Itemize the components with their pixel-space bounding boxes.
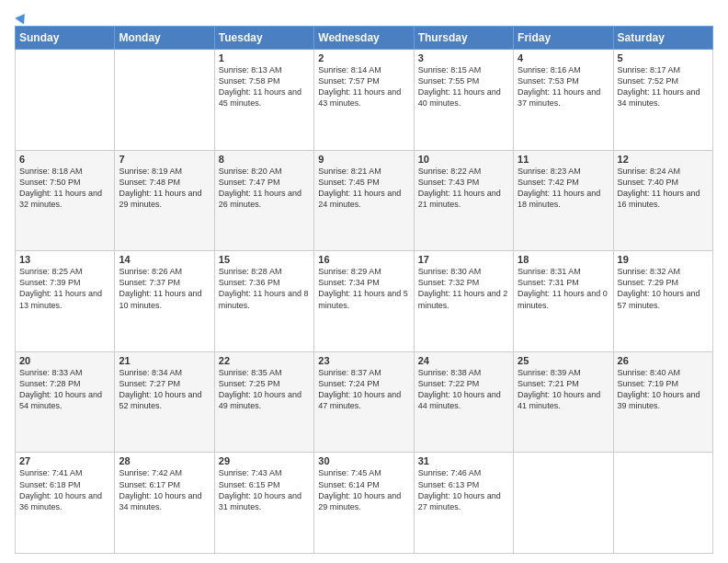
week-row-3: 13Sunrise: 8:25 AM Sunset: 7:39 PM Dayli… — [16, 251, 713, 352]
calendar-cell: 7Sunrise: 8:19 AM Sunset: 7:48 PM Daylig… — [115, 150, 214, 251]
calendar-cell: 27Sunrise: 7:41 AM Sunset: 6:18 PM Dayli… — [16, 453, 115, 554]
day-info: Sunrise: 8:34 AM Sunset: 7:27 PM Dayligh… — [119, 367, 210, 412]
calendar-cell: 2Sunrise: 8:14 AM Sunset: 7:57 PM Daylig… — [314, 50, 414, 151]
header — [15, 13, 713, 22]
day-number: 21 — [119, 355, 210, 366]
day-info: Sunrise: 8:23 AM Sunset: 7:42 PM Dayligh… — [518, 166, 609, 211]
day-info: Sunrise: 8:40 AM Sunset: 7:19 PM Dayligh… — [618, 367, 709, 412]
week-row-2: 6Sunrise: 8:18 AM Sunset: 7:50 PM Daylig… — [16, 150, 713, 251]
calendar-cell: 28Sunrise: 7:42 AM Sunset: 6:17 PM Dayli… — [115, 453, 214, 554]
day-info: Sunrise: 8:33 AM Sunset: 7:28 PM Dayligh… — [19, 367, 110, 412]
day-info: Sunrise: 8:35 AM Sunset: 7:25 PM Dayligh… — [219, 367, 310, 412]
weekday-header-sunday: Sunday — [16, 27, 115, 50]
day-number: 8 — [219, 154, 310, 165]
calendar-cell: 14Sunrise: 8:26 AM Sunset: 7:37 PM Dayli… — [115, 251, 214, 352]
day-info: Sunrise: 8:19 AM Sunset: 7:48 PM Dayligh… — [119, 166, 210, 211]
day-info: Sunrise: 8:29 AM Sunset: 7:34 PM Dayligh… — [318, 266, 409, 311]
day-number: 5 — [618, 52, 709, 63]
calendar: SundayMondayTuesdayWednesdayThursdayFrid… — [15, 26, 713, 554]
day-info: Sunrise: 7:46 AM Sunset: 6:13 PM Dayligh… — [418, 467, 509, 512]
day-info: Sunrise: 8:28 AM Sunset: 7:36 PM Dayligh… — [219, 266, 310, 311]
calendar-cell: 16Sunrise: 8:29 AM Sunset: 7:34 PM Dayli… — [314, 251, 414, 352]
logo — [15, 13, 28, 22]
calendar-cell: 3Sunrise: 8:15 AM Sunset: 7:55 PM Daylig… — [414, 50, 513, 151]
calendar-cell — [514, 453, 613, 554]
calendar-cell: 25Sunrise: 8:39 AM Sunset: 7:21 PM Dayli… — [514, 351, 613, 453]
day-info: Sunrise: 8:32 AM Sunset: 7:29 PM Dayligh… — [618, 266, 709, 311]
calendar-cell: 13Sunrise: 8:25 AM Sunset: 7:39 PM Dayli… — [16, 251, 115, 352]
day-number: 26 — [618, 355, 709, 366]
week-row-4: 20Sunrise: 8:33 AM Sunset: 7:28 PM Dayli… — [16, 351, 713, 453]
day-number: 24 — [418, 355, 509, 366]
weekday-header-saturday: Saturday — [613, 27, 712, 50]
calendar-cell: 24Sunrise: 8:38 AM Sunset: 7:22 PM Dayli… — [414, 351, 513, 453]
calendar-cell: 4Sunrise: 8:16 AM Sunset: 7:53 PM Daylig… — [514, 50, 613, 151]
calendar-cell: 15Sunrise: 8:28 AM Sunset: 7:36 PM Dayli… — [214, 251, 313, 352]
day-number: 7 — [119, 154, 210, 165]
calendar-cell: 5Sunrise: 8:17 AM Sunset: 7:52 PM Daylig… — [613, 50, 712, 151]
day-info: Sunrise: 8:38 AM Sunset: 7:22 PM Dayligh… — [418, 367, 509, 412]
week-row-5: 27Sunrise: 7:41 AM Sunset: 6:18 PM Dayli… — [16, 453, 713, 554]
day-number: 22 — [219, 355, 310, 366]
day-info: Sunrise: 8:30 AM Sunset: 7:32 PM Dayligh… — [418, 266, 509, 311]
calendar-cell: 26Sunrise: 8:40 AM Sunset: 7:19 PM Dayli… — [613, 351, 712, 453]
logo-triangle-icon — [15, 10, 29, 24]
weekday-header-row: SundayMondayTuesdayWednesdayThursdayFrid… — [16, 27, 713, 50]
calendar-cell: 11Sunrise: 8:23 AM Sunset: 7:42 PM Dayli… — [514, 150, 613, 251]
weekday-header-friday: Friday — [514, 27, 613, 50]
day-info: Sunrise: 8:14 AM Sunset: 7:57 PM Dayligh… — [318, 64, 409, 109]
day-info: Sunrise: 7:43 AM Sunset: 6:15 PM Dayligh… — [219, 467, 310, 512]
calendar-cell: 8Sunrise: 8:20 AM Sunset: 7:47 PM Daylig… — [214, 150, 313, 251]
week-row-1: 1Sunrise: 8:13 AM Sunset: 7:58 PM Daylig… — [16, 50, 713, 151]
day-info: Sunrise: 8:16 AM Sunset: 7:53 PM Dayligh… — [518, 64, 609, 109]
day-info: Sunrise: 8:25 AM Sunset: 7:39 PM Dayligh… — [19, 266, 110, 311]
weekday-header-wednesday: Wednesday — [314, 27, 414, 50]
day-info: Sunrise: 7:45 AM Sunset: 6:14 PM Dayligh… — [318, 467, 409, 512]
weekday-header-tuesday: Tuesday — [214, 27, 313, 50]
weekday-header-thursday: Thursday — [414, 27, 513, 50]
day-number: 4 — [518, 52, 609, 63]
day-info: Sunrise: 8:37 AM Sunset: 7:24 PM Dayligh… — [318, 367, 409, 412]
day-number: 30 — [318, 455, 409, 466]
day-number: 1 — [219, 52, 310, 63]
calendar-cell: 18Sunrise: 8:31 AM Sunset: 7:31 PM Dayli… — [514, 251, 613, 352]
day-number: 19 — [618, 254, 709, 265]
day-number: 13 — [19, 254, 110, 265]
day-info: Sunrise: 8:31 AM Sunset: 7:31 PM Dayligh… — [518, 266, 609, 311]
day-number: 6 — [19, 154, 110, 165]
calendar-cell: 10Sunrise: 8:22 AM Sunset: 7:43 PM Dayli… — [414, 150, 513, 251]
calendar-cell: 21Sunrise: 8:34 AM Sunset: 7:27 PM Dayli… — [115, 351, 214, 453]
weekday-header-monday: Monday — [115, 27, 214, 50]
day-number: 11 — [518, 154, 609, 165]
day-info: Sunrise: 8:39 AM Sunset: 7:21 PM Dayligh… — [518, 367, 609, 412]
calendar-cell — [16, 50, 115, 151]
calendar-cell: 6Sunrise: 8:18 AM Sunset: 7:50 PM Daylig… — [16, 150, 115, 251]
day-info: Sunrise: 8:20 AM Sunset: 7:47 PM Dayligh… — [219, 166, 310, 211]
day-info: Sunrise: 8:15 AM Sunset: 7:55 PM Dayligh… — [418, 64, 509, 109]
day-info: Sunrise: 7:42 AM Sunset: 6:17 PM Dayligh… — [119, 467, 210, 512]
day-number: 16 — [318, 254, 409, 265]
day-info: Sunrise: 8:24 AM Sunset: 7:40 PM Dayligh… — [618, 166, 709, 211]
day-number: 18 — [518, 254, 609, 265]
day-info: Sunrise: 8:22 AM Sunset: 7:43 PM Dayligh… — [418, 166, 509, 211]
day-number: 29 — [219, 455, 310, 466]
day-info: Sunrise: 8:26 AM Sunset: 7:37 PM Dayligh… — [119, 266, 210, 311]
calendar-cell: 31Sunrise: 7:46 AM Sunset: 6:13 PM Dayli… — [414, 453, 513, 554]
calendar-cell: 23Sunrise: 8:37 AM Sunset: 7:24 PM Dayli… — [314, 351, 414, 453]
calendar-cell: 30Sunrise: 7:45 AM Sunset: 6:14 PM Dayli… — [314, 453, 414, 554]
day-number: 2 — [318, 52, 409, 63]
day-number: 23 — [318, 355, 409, 366]
day-number: 15 — [219, 254, 310, 265]
calendar-cell — [613, 453, 712, 554]
page: SundayMondayTuesdayWednesdayThursdayFrid… — [0, 0, 728, 563]
day-number: 14 — [119, 254, 210, 265]
day-number: 27 — [19, 455, 110, 466]
day-number: 10 — [418, 154, 509, 165]
day-number: 25 — [518, 355, 609, 366]
day-info: Sunrise: 8:17 AM Sunset: 7:52 PM Dayligh… — [618, 64, 709, 109]
calendar-cell — [115, 50, 214, 151]
day-number: 9 — [318, 154, 409, 165]
day-info: Sunrise: 8:21 AM Sunset: 7:45 PM Dayligh… — [318, 166, 409, 211]
day-info: Sunrise: 7:41 AM Sunset: 6:18 PM Dayligh… — [19, 467, 110, 512]
day-number: 12 — [618, 154, 709, 165]
